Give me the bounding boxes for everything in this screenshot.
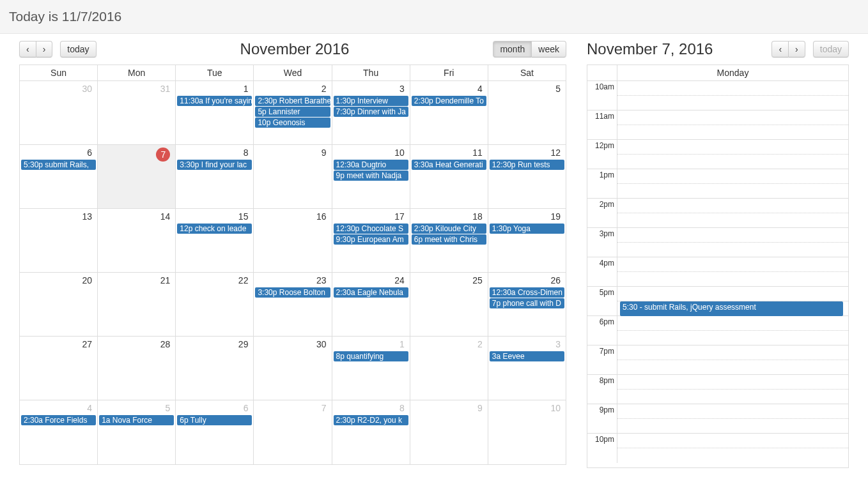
calendar-event[interactable]: 5p Lannister (255, 107, 330, 117)
day-cell[interactable]: 16 (254, 209, 332, 272)
day-cell[interactable]: 7 (98, 145, 176, 208)
day-cell[interactable]: 1712:30p Chocolate S9:30p European Am (332, 209, 410, 272)
calendar-event[interactable]: 6p Tully (177, 415, 252, 425)
day-cell[interactable]: 29 (176, 337, 254, 400)
day-today-button[interactable]: today (813, 41, 849, 57)
day-number: 9 (412, 402, 486, 414)
day-number: 8 (334, 402, 408, 414)
calendar-event[interactable]: 6p meet with Chris (412, 234, 486, 245)
calendar-event[interactable]: 5:30p submit Rails, (21, 160, 96, 170)
day-cell[interactable]: 31:30p Interview7:30p Dinner with Ja (332, 81, 410, 144)
day-cell[interactable]: 21 (98, 273, 176, 336)
day-next-button[interactable]: › (789, 41, 805, 57)
calendar-event[interactable]: 12:30a Cross-Dimen (490, 287, 564, 298)
day-cell[interactable]: 22:30p Robert Baratheon5p Lannister10p G… (254, 81, 332, 144)
day-number: 17 (334, 210, 408, 223)
calendar-event[interactable]: 8p quantifying (334, 351, 408, 361)
day-cell[interactable]: 66p Tully (176, 400, 254, 464)
day-cell[interactable]: 1512p check on leade (176, 209, 254, 272)
day-cell[interactable]: 113:30a Heat Generati (410, 145, 488, 208)
calendar-event[interactable]: 12p check on leade (177, 224, 252, 234)
day-cell[interactable]: 242:30a Eagle Nebula (332, 273, 410, 336)
day-cell[interactable]: 22 (176, 273, 254, 336)
day-number: 2 (255, 82, 330, 95)
calendar-event[interactable]: 2:30a Force Fields (21, 415, 96, 425)
time-label: 9pm (587, 404, 617, 433)
calendar-event[interactable]: 2:30p Dendemille To (412, 96, 486, 106)
day-number: 7 (255, 402, 330, 414)
day-cell[interactable]: 10 (488, 400, 566, 464)
calendar-event[interactable]: 2:30p R2-D2, you k (334, 415, 408, 425)
day-cell[interactable]: 82:30p R2-D2, you k (332, 400, 410, 464)
day-cell[interactable]: 18p quantifying (332, 337, 410, 400)
day-cell[interactable]: 42:30a Force Fields (20, 400, 98, 464)
month-title: November 2016 (97, 40, 493, 58)
view-week-button[interactable]: week (532, 41, 566, 57)
day-number: 6 (177, 402, 252, 414)
day-number: 30 (21, 82, 96, 95)
calendar-event[interactable]: 1:30p Interview (334, 96, 408, 106)
day-number: 3 (490, 338, 564, 351)
dow-header: Sat (488, 65, 566, 80)
day-cell[interactable]: 1212:30p Run tests (488, 145, 566, 208)
day-cell[interactable]: 27 (20, 337, 98, 400)
day-cell[interactable]: 5 (488, 81, 566, 144)
day-cell[interactable]: 9 (410, 400, 488, 464)
calendar-event[interactable]: 12:30p Run tests (490, 160, 564, 170)
day-cell[interactable]: 9 (254, 145, 332, 208)
calendar-event[interactable]: 3:30p I find your lac (177, 160, 252, 170)
day-number: 16 (255, 210, 330, 223)
day-number: 28 (99, 338, 174, 351)
month-today-button[interactable]: today (60, 41, 96, 57)
calendar-event[interactable]: 9:30p European Am (334, 234, 408, 245)
day-cell[interactable]: 33a Eevee (488, 337, 566, 400)
calendar-event[interactable]: 10p Geonosis (255, 118, 330, 128)
time-label: 1pm (587, 169, 617, 198)
day-cell[interactable]: 1012:30a Dugtrio9p meet with Nadja (332, 145, 410, 208)
view-month-button[interactable]: month (493, 41, 532, 57)
day-cell[interactable]: 20 (20, 273, 98, 336)
calendar-event[interactable]: 12:30p Chocolate S (334, 224, 408, 234)
day-cell[interactable]: 65:30p submit Rails, (20, 145, 98, 208)
day-cell[interactable]: 7 (254, 400, 332, 464)
day-cell[interactable]: 191:30p Yoga (488, 209, 566, 272)
calendar-event[interactable]: 3a Eevee (490, 351, 564, 361)
day-cell[interactable]: 25 (410, 273, 488, 336)
day-number: 26 (490, 274, 564, 287)
day-cell[interactable]: 42:30p Dendemille To (410, 81, 488, 144)
calendar-event[interactable]: 1:30p Yoga (490, 224, 564, 234)
day-cell[interactable]: 30 (254, 337, 332, 400)
calendar-event[interactable]: 2:30p Robert Baratheon (255, 96, 330, 106)
day-cell[interactable]: 182:30p Kiloude City6p meet with Chris (410, 209, 488, 272)
day-cell[interactable]: 2612:30a Cross-Dimen7p phone call with D (488, 273, 566, 336)
day-number: 20 (21, 274, 96, 287)
day-cell[interactable]: 30 (20, 81, 98, 144)
day-number: 19 (490, 210, 564, 223)
calendar-event[interactable]: 2:30p Kiloude City (412, 224, 486, 234)
day-cell[interactable]: 83:30p I find your lac (176, 145, 254, 208)
month-prev-button[interactable]: ‹ (19, 41, 36, 57)
day-cell[interactable]: 2 (410, 337, 488, 400)
calendar-event[interactable]: 1a Nova Force (99, 415, 174, 425)
calendar-event[interactable]: 3:30a Heat Generati (412, 160, 486, 170)
day-cell[interactable]: 14 (98, 209, 176, 272)
day-view-event[interactable]: 5:30 - submit Rails, jQuery assessment (620, 301, 843, 316)
day-cell[interactable]: 51a Nova Force (98, 400, 176, 464)
calendar-event[interactable]: 7p phone call with D (490, 298, 564, 308)
month-next-button[interactable]: › (36, 41, 53, 57)
calendar-event[interactable]: 11:30a If you're saying (177, 96, 252, 106)
day-number: 10 (490, 402, 564, 414)
day-number: 3 (334, 82, 408, 95)
calendar-event[interactable]: 9p meet with Nadja (334, 171, 408, 181)
day-cell[interactable]: 28 (98, 337, 176, 400)
day-cell[interactable]: 233:30p Roose Bolton (254, 273, 332, 336)
day-prev-button[interactable]: ‹ (771, 41, 789, 57)
calendar-event[interactable]: 12:30a Dugtrio (334, 160, 408, 170)
day-number: 14 (99, 210, 174, 223)
day-cell[interactable]: 13 (20, 209, 98, 272)
day-cell[interactable]: 31 (98, 81, 176, 144)
calendar-event[interactable]: 3:30p Roose Bolton (255, 287, 330, 298)
day-cell[interactable]: 111:30a If you're saying (176, 81, 254, 144)
calendar-event[interactable]: 2:30a Eagle Nebula (334, 287, 408, 298)
calendar-event[interactable]: 7:30p Dinner with Ja (334, 107, 408, 117)
